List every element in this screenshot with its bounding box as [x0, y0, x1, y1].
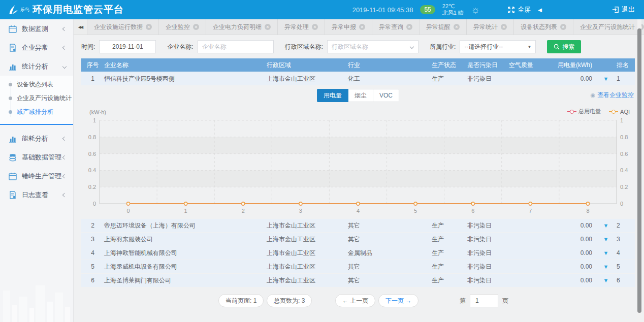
company-name: 上海羽东服装公司: [104, 235, 267, 244]
close-icon[interactable]: ×: [359, 24, 365, 30]
next-page-button[interactable]: 下一页 →: [378, 294, 418, 307]
close-icon[interactable]: ×: [312, 24, 318, 30]
tab-abnormal-reminder[interactable]: 异常提醒×: [420, 19, 467, 35]
table-row[interactable]: 4 上海神欧智能机械有限公司 上海市金山工业区 金属制品 生产 非污染日 0.0…: [81, 246, 635, 260]
svg-text:0: 0: [93, 201, 96, 207]
close-icon[interactable]: ×: [501, 24, 507, 30]
ranking-table: 序号 企业名称 行政区域 行业 生产状态 是否污染日 空气质量 用电量(kWh)…: [81, 58, 635, 85]
close-icon[interactable]: ×: [193, 24, 199, 30]
header-datetime: 2019-11-01 09:45:38: [352, 6, 413, 14]
legend-item-aqi[interactable]: AQI: [609, 109, 630, 115]
total-pages-pill: 总页数为: 3: [267, 294, 312, 307]
pagination: 当前页面: 1 总页数为: 3 ← 上一页 下一页 → 第 页: [81, 294, 635, 309]
line-chart[interactable]: 000.20.20.40.40.60.60.80.811012345678: [81, 115, 635, 217]
tab-bar: ◀◀ 企业设施运行数据× 企业监控× 企业电力负荷明细× 异常处理× 异常申报×…: [74, 19, 644, 35]
expand-collapse-icon[interactable]: ▼: [595, 222, 617, 229]
col-header-production-status: 生产状态: [432, 61, 467, 70]
sun-icon: ☼: [471, 4, 480, 16]
logo: 乐鸟: [0, 3, 33, 16]
svg-text:7: 7: [529, 208, 532, 214]
chevron-left-icon: [62, 136, 67, 140]
tab-enterprise-monitor[interactable]: 企业监控×: [159, 19, 206, 35]
svg-text:0.2: 0.2: [620, 184, 628, 190]
tab-label: 企业监控: [166, 23, 190, 31]
sidebar-item-device-status-list[interactable]: 设备状态列表: [0, 78, 73, 91]
sidebar-item-label: 统计分析: [22, 62, 48, 71]
metric-button-voc[interactable]: VOC: [373, 89, 399, 102]
sidebar-item-statistical-analysis[interactable]: 统计分析: [0, 57, 73, 76]
chevron-left-icon: [62, 155, 67, 159]
tab-abnormal-report[interactable]: 异常申报×: [325, 19, 372, 35]
chevron-left-icon: [62, 26, 67, 30]
close-icon[interactable]: ×: [454, 24, 460, 30]
tab-abnormal-stats[interactable]: 异常统计×: [467, 19, 514, 35]
company-input[interactable]: [198, 40, 274, 53]
expand-collapse-icon[interactable]: ▼: [595, 76, 617, 82]
tab-label: 企业及产污设施统计: [580, 23, 635, 31]
table-row[interactable]: 5 上海丞威机电设备有限公司 上海市金山工业区 其它 生产 非污染日 0.00 …: [81, 260, 635, 273]
vertical-scrollbar[interactable]: [637, 19, 641, 322]
close-icon[interactable]: ×: [146, 24, 152, 30]
svg-text:0: 0: [126, 208, 130, 214]
company-name: 恒信科技产业园5号楼西侧: [104, 75, 267, 83]
svg-text:5: 5: [414, 208, 417, 214]
legend-item-total-power[interactable]: 总用电量: [567, 108, 601, 115]
tab-abnormal-handling[interactable]: 异常处理×: [278, 19, 325, 35]
metric-button-power[interactable]: 用电量: [317, 89, 348, 102]
sidebar: 数据监测 企业异常 统计分析 设备状态列表 企业及产污设施统计 减产减排分析 能…: [0, 19, 74, 322]
logout-button[interactable]: 退出: [612, 5, 635, 14]
fullscreen-button[interactable]: 全屏: [507, 5, 531, 14]
sidebar-item-enterprise-abnormal[interactable]: 企业异常: [0, 38, 73, 57]
region-input[interactable]: [327, 40, 418, 53]
sidebar-item-basic-data-management[interactable]: 基础数据管理: [0, 148, 73, 167]
scrollbar-thumb[interactable]: [637, 28, 641, 313]
prev-page-button[interactable]: ← 上一页: [335, 294, 375, 307]
metric-button-smoke[interactable]: 烟尘: [348, 89, 373, 102]
tab-power-load-detail[interactable]: 企业电力负荷明细×: [206, 19, 278, 35]
chevron-left-icon: [62, 45, 67, 49]
sidebar-item-enterprise-pollution-stats[interactable]: 企业及产污设施统计: [0, 91, 73, 105]
chart-legend: 总用电量 AQI: [567, 108, 630, 115]
sidebar-item-energy-analysis[interactable]: 能耗分析: [0, 129, 73, 148]
company-name: 上海圣博莱阀门有限公司: [104, 276, 267, 285]
logout-label: 退出: [622, 5, 635, 14]
search-button[interactable]: 搜索: [547, 40, 581, 53]
date-input[interactable]: [99, 40, 156, 53]
table-row[interactable]: 3 上海羽东服装公司 上海市金山工业区 其它 生产 非污染日 0.00 ▼ 3: [81, 233, 635, 246]
tab-device-status-list[interactable]: 设备状态列表×: [514, 19, 573, 35]
close-icon[interactable]: ×: [265, 24, 271, 30]
logo-text: 乐鸟: [20, 8, 29, 12]
sidebar-item-log-view[interactable]: 日志查看: [0, 185, 73, 204]
col-header-air-quality: 空气质量: [509, 61, 547, 70]
line-marker-icon: [609, 110, 618, 114]
sidebar-item-reduction-analysis[interactable]: 减产减排分析: [0, 105, 73, 119]
table-row[interactable]: 6 上海圣博莱阀门有限公司 上海市金山工业区 其它 生产 非污染日 0.00 ▼…: [81, 274, 635, 287]
tab-enterprise-pollution-stats[interactable]: 企业及产污设施统计×: [573, 19, 644, 35]
jump-page-input[interactable]: [470, 294, 498, 307]
table-row[interactable]: 2 帝思迈环境设备（上海）有限公司 上海市金山工业区 其它 生产 非污染日 0.…: [81, 219, 635, 232]
close-icon[interactable]: ×: [560, 24, 566, 30]
collapse-arrow-icon[interactable]: ◀: [538, 7, 542, 13]
sidebar-item-label: 能耗分析: [22, 134, 48, 143]
expand-collapse-icon[interactable]: ▼: [595, 236, 617, 242]
tab-enterprise-facility-data[interactable]: 企业设施运行数据×: [87, 19, 159, 35]
fullscreen-icon: [507, 6, 515, 14]
expand-collapse-icon[interactable]: ▼: [595, 277, 617, 283]
bar-chart-icon: [9, 62, 17, 71]
sub-item-label: 企业及产污设施统计: [17, 94, 72, 103]
sidebar-item-label: 错峰生产管理: [22, 172, 61, 181]
svg-text:0.2: 0.2: [88, 184, 96, 190]
jump-suffix: 页: [502, 297, 508, 305]
expand-collapse-icon[interactable]: ▼: [595, 250, 617, 256]
close-icon[interactable]: ×: [406, 24, 412, 30]
industry-select[interactable]: --请选择行业-- ▼: [460, 40, 536, 53]
view-enterprise-monitor-link[interactable]: ◉ 查看企业监控: [590, 91, 634, 100]
sidebar-item-staggered-production[interactable]: 错峰生产管理: [0, 167, 73, 185]
sidebar-item-data-monitoring[interactable]: 数据监测: [0, 19, 73, 38]
chart-section: 用电量 烟尘 VOC ◉ 查看企业监控 (kW·h) 总用电量 AQI 000.…: [81, 86, 635, 219]
table-row[interactable]: 1 恒信科技产业园5号楼西侧 上海市金山工业区 化工 生产 非污染日 0.00 …: [81, 72, 635, 85]
industry-selected-value: --请选择行业--: [464, 43, 503, 51]
expand-collapse-icon[interactable]: ▼: [595, 264, 617, 270]
tabs-scroll-left-button[interactable]: ◀◀: [74, 19, 87, 35]
tab-abnormal-query[interactable]: 异常查询×: [372, 19, 420, 35]
